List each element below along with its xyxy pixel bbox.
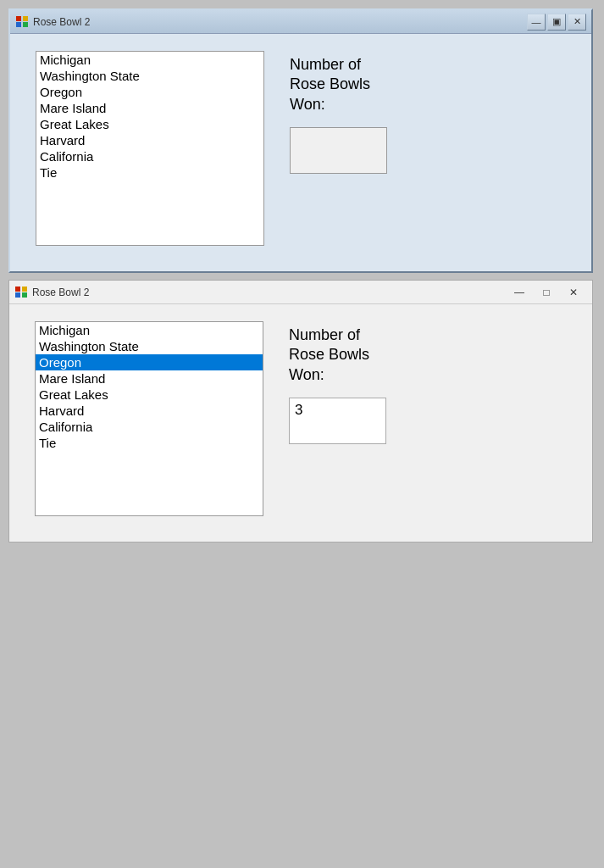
right-panel-2: Number of Rose Bowls Won: 3 xyxy=(289,321,386,444)
close-button-2[interactable]: ✕ xyxy=(560,283,587,302)
window-title-2: Rose Bowl 2 xyxy=(32,287,89,298)
window-content-1: Michigan Washington State Oregon Mare Is… xyxy=(10,34,591,271)
maximize-button-1[interactable]: ▣ xyxy=(547,14,566,31)
list-item[interactable]: Oregon xyxy=(36,84,263,100)
list-item[interactable]: Michigan xyxy=(36,52,263,68)
list-item-selected[interactable]: Oregon xyxy=(36,354,263,370)
list-item[interactable]: Harvard xyxy=(36,403,263,419)
rose-bowls-label-2: Number of Rose Bowls Won: xyxy=(289,326,386,385)
list-item[interactable]: California xyxy=(36,148,263,164)
list-item[interactable]: Washington State xyxy=(36,338,263,354)
title-bar-2: Rose Bowl 2 — □ ✕ xyxy=(9,281,592,304)
window-title-1: Rose Bowl 2 xyxy=(33,16,90,28)
window-content-2: Michigan Washington State Oregon Mare Is… xyxy=(9,304,592,542)
maximize-button-2[interactable]: □ xyxy=(533,283,560,302)
value-display-1 xyxy=(290,127,387,174)
title-left-1: Rose Bowl 2 xyxy=(15,15,90,29)
title-buttons-1: — ▣ ✕ xyxy=(527,14,586,31)
listbox-1[interactable]: Michigan Washington State Oregon Mare Is… xyxy=(36,51,264,246)
rose-bowls-label-1: Number of Rose Bowls Won: xyxy=(290,55,387,114)
list-item[interactable]: California xyxy=(36,419,263,435)
title-bar-1: Rose Bowl 2 — ▣ ✕ xyxy=(10,10,591,34)
app-icon-1 xyxy=(15,15,29,29)
listbox-container-2: Michigan Washington State Oregon Mare Is… xyxy=(35,321,263,516)
list-item[interactable]: Michigan xyxy=(36,322,263,338)
list-item[interactable]: Tie xyxy=(36,164,263,181)
list-item[interactable]: Mare Island xyxy=(36,100,263,116)
value-display-2: 3 xyxy=(289,398,386,444)
title-buttons-2: — □ ✕ xyxy=(506,283,587,302)
window-2: Rose Bowl 2 — □ ✕ Michigan Washington St… xyxy=(8,280,593,542)
list-item[interactable]: Tie xyxy=(36,435,263,451)
app-icon-2 xyxy=(14,286,28,299)
title-left-2: Rose Bowl 2 xyxy=(14,286,89,299)
list-item[interactable]: Great Lakes xyxy=(36,387,263,403)
list-item[interactable]: Great Lakes xyxy=(36,116,263,132)
list-item[interactable]: Mare Island xyxy=(36,370,263,387)
listbox-container-1: Michigan Washington State Oregon Mare Is… xyxy=(36,51,264,246)
list-item[interactable]: Washington State xyxy=(36,68,263,84)
minimize-button-2[interactable]: — xyxy=(506,283,533,302)
close-button-1[interactable]: ✕ xyxy=(568,14,586,31)
right-panel-1: Number of Rose Bowls Won: xyxy=(290,51,387,174)
minimize-button-1[interactable]: — xyxy=(527,14,546,31)
window-1: Rose Bowl 2 — ▣ ✕ Michigan Washington St… xyxy=(8,8,593,273)
list-item[interactable]: Harvard xyxy=(36,132,263,148)
listbox-2[interactable]: Michigan Washington State Oregon Mare Is… xyxy=(35,321,263,516)
